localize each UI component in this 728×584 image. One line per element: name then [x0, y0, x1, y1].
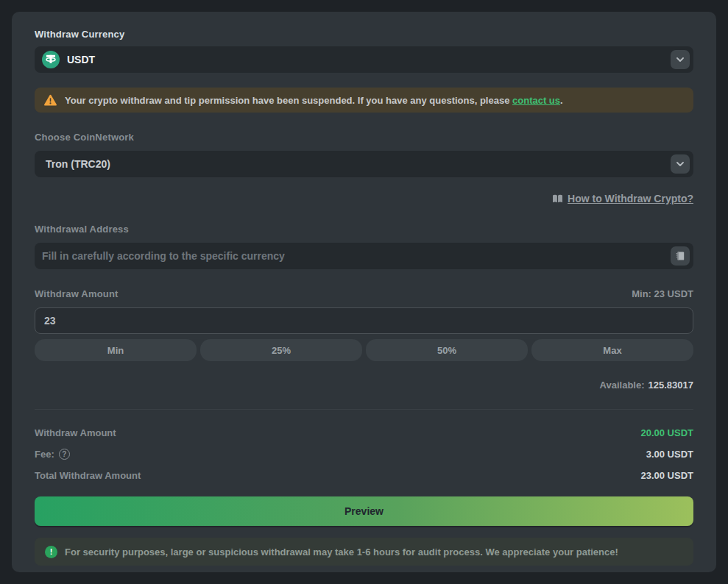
summary-divider [35, 409, 693, 410]
summary-total-value: 23.00 USDT [640, 470, 693, 481]
summary-fee-value: 3.00 USDT [646, 449, 693, 460]
withdraw-panel: Withdraw Currency USDT Your crypto withd… [12, 12, 716, 572]
security-note-banner: ! For security purposes, large or suspic… [35, 538, 693, 566]
min-amount-note: Min: 23 USDT [632, 288, 693, 299]
network-select[interactable]: Tron (TRC20) [35, 151, 693, 177]
withdraw-currency-label: Withdraw Currency [35, 29, 693, 40]
available-label: Available: [600, 380, 645, 391]
chevron-down-icon[interactable] [671, 50, 690, 69]
summary-fee-label: Fee: ? [35, 449, 70, 460]
network-selected-value: Tron (TRC20) [46, 158, 671, 170]
summary-row-fee: Fee: ? 3.00 USDT [35, 449, 693, 460]
withdrawal-address-field [35, 243, 693, 269]
currency-selected-value: USDT [67, 54, 671, 65]
warning-message: Your crypto withdraw and tip permission … [65, 95, 563, 106]
info-icon: ! [45, 546, 57, 558]
half-button[interactable]: 50% [366, 339, 528, 361]
currency-select[interactable]: USDT [35, 46, 693, 73]
usdt-tether-icon [42, 51, 60, 68]
fee-help-icon[interactable]: ? [59, 449, 70, 460]
how-to-withdraw-label: How to Withdraw Crypto? [568, 193, 693, 204]
summary-row-total: Total Withdraw Amount 23.00 USDT [35, 470, 693, 481]
chevron-down-icon[interactable] [671, 154, 690, 174]
withdraw-summary: Withdraw Amount 20.00 USDT Fee: ? 3.00 U… [35, 427, 693, 481]
available-value: 125.83017 [649, 380, 693, 391]
how-to-withdraw-link[interactable]: How to Withdraw Crypto? [552, 193, 693, 204]
summary-amount-value: 20.00 USDT [640, 427, 693, 438]
max-button[interactable]: Max [531, 339, 693, 361]
summary-row-amount: Withdraw Amount 20.00 USDT [35, 427, 693, 438]
available-balance: Available:125.83017 [35, 380, 693, 391]
min-button[interactable]: Min [35, 339, 197, 361]
withdrawal-address-label: Withdrawal Address [35, 224, 693, 235]
withdrawal-address-input[interactable] [42, 250, 671, 262]
amount-label-row: Withdraw Amount Min: 23 USDT [35, 288, 693, 299]
summary-amount-label: Withdraw Amount [35, 427, 116, 438]
paste-icon[interactable] [671, 246, 690, 266]
preview-button[interactable]: Preview [35, 496, 693, 526]
book-icon [552, 194, 563, 204]
security-note-text: For security purposes, large or suspicio… [65, 546, 618, 558]
suspension-warning-banner: Your crypto withdraw and tip permission … [35, 88, 693, 113]
withdraw-amount-input[interactable] [35, 307, 693, 334]
warning-triangle-icon [43, 94, 57, 107]
contact-us-link[interactable]: contact us [512, 95, 560, 106]
network-label: Choose CoinNetwork [35, 132, 693, 143]
summary-total-label: Total Withdraw Amount [35, 470, 141, 481]
withdraw-amount-label: Withdraw Amount [35, 288, 119, 299]
quarter-button[interactable]: 25% [200, 339, 362, 361]
help-row: How to Withdraw Crypto? [35, 193, 693, 204]
quick-amount-buttons: Min 25% 50% Max [35, 339, 693, 361]
